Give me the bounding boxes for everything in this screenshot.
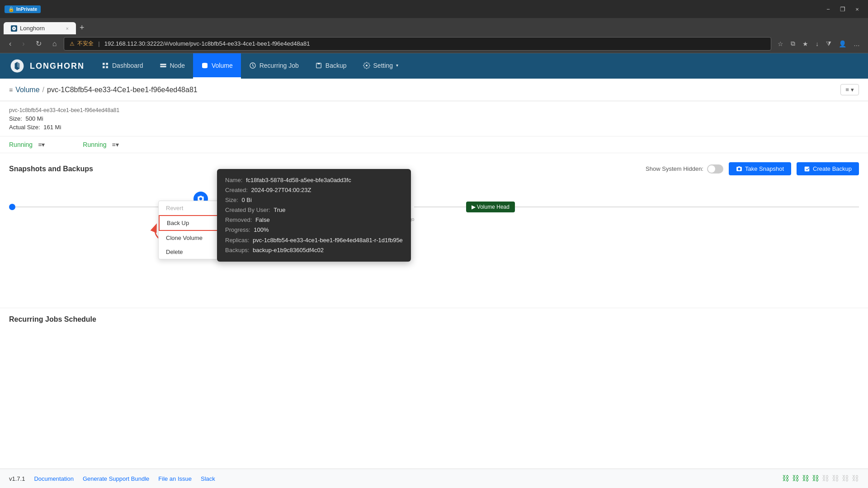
nav-item-recurring-job[interactable]: Recurring Job	[241, 53, 307, 79]
volume-name-value: pvc-1c8bfb54-ee33-4ce1-bee1-f96e4ed48a81	[9, 107, 119, 113]
favorites-button[interactable]: ☆	[775, 38, 786, 49]
breadcrumb-parent[interactable]: Volume	[15, 86, 39, 94]
snapshots-actions: Show System Hidden: Take Snapshot Create…	[646, 162, 859, 175]
logo-icon	[9, 58, 25, 74]
nav-item-node[interactable]: Node	[151, 53, 193, 79]
address-bar-row: ‹ › ↻ ⌂ ⚠ 不安全 | 192.168.112.30:32222/#/v…	[0, 34, 868, 53]
home-button[interactable]: ⌂	[49, 38, 61, 50]
tab-close-button[interactable]: ×	[66, 26, 69, 31]
context-menu-revert[interactable]: Revert	[159, 201, 221, 215]
dashboard-icon	[102, 62, 109, 69]
profile-button[interactable]: 👤	[836, 38, 849, 49]
take-snapshot-label: Take Snapshot	[745, 165, 784, 172]
snapshot-node-initial	[9, 204, 15, 210]
svg-rect-3	[106, 66, 108, 68]
context-menu-delete[interactable]: Delete	[159, 245, 221, 259]
address-input[interactable]: ⚠ 不安全 | 192.168.112.30:32222/#/volume/pv…	[64, 37, 771, 51]
split-view-button[interactable]: ⧉	[788, 38, 798, 49]
main-nav: LONGHORN Dashboard Node Volume Recurring…	[0, 53, 868, 79]
inprivate-badge: 🔒 InPrivate	[5, 5, 41, 13]
tooltip-replicas-row: Replicas: pvc-1c8bfb54-ee33-4ce1-bee1-f9…	[225, 235, 403, 245]
tooltip-created-row: Created: 2024-09-27T04:00:23Z	[225, 185, 403, 195]
status-list-btn-2[interactable]: ≡▾	[110, 140, 120, 149]
new-tab-button[interactable]: +	[76, 21, 88, 34]
status-col-1: Running ≡▾	[9, 140, 47, 149]
active-tab[interactable]: Longhorn ×	[4, 22, 76, 34]
nav-volume-label: Volume	[212, 62, 233, 69]
minimize-button[interactable]: −	[822, 3, 835, 15]
forward-button[interactable]: ›	[19, 38, 28, 50]
snapshots-area: 988f587a 26 hours ago fc18fab3 8 minutes…	[9, 183, 859, 231]
tooltip-name-key: Name:	[225, 177, 242, 183]
volume-name-row: pvc-1c8bfb54-ee33-4ce1-bee1-f96e4ed48a81	[9, 107, 859, 113]
tooltip-size-value: 0 Bi	[242, 197, 252, 203]
snapshots-title: Snapshots and Backups	[9, 165, 93, 173]
back-button[interactable]: ‹	[5, 38, 15, 50]
extensions-button[interactable]: ⧩	[823, 38, 834, 49]
favorites-bar-button[interactable]: ★	[800, 38, 811, 49]
node-icon	[160, 62, 167, 69]
list-view-chevron: ▾	[851, 86, 854, 93]
take-snapshot-button[interactable]: Take Snapshot	[729, 162, 791, 175]
nav-item-setting[interactable]: Setting ▾	[355, 53, 407, 79]
snapshots-section: Snapshots and Backups Show System Hidden…	[0, 153, 868, 235]
close-button[interactable]: ×	[851, 3, 863, 15]
tooltip-removed-row: Removed: False	[225, 215, 403, 225]
svg-rect-0	[103, 63, 105, 65]
footer-icon-1: ⛓	[782, 474, 789, 483]
footer-file-issue-link[interactable]: File an Issue	[158, 475, 192, 482]
tooltip-name-value: fc18fab3-5878-4d58-a5ee-bfe3a0add3fc	[246, 177, 351, 183]
nav-setting-label: Setting	[373, 62, 393, 69]
reload-button[interactable]: ↻	[32, 38, 45, 50]
tooltip-replicas-value: pvc-1c8bfb54-ee33-4ce1-bee1-f96e4ed48a81…	[253, 237, 403, 244]
snapshot-timeline: 988f587a 26 hours ago fc18fab3 8 minutes…	[9, 183, 859, 231]
browser-chrome: 🔒 InPrivate − ❐ ×	[0, 0, 868, 18]
context-menu-clone[interactable]: Clone Volume	[159, 231, 221, 245]
security-icon: ⚠	[70, 41, 75, 47]
create-backup-button[interactable]: Create Backup	[797, 162, 859, 175]
svg-rect-9	[317, 63, 320, 64]
timeline-line-3	[414, 206, 466, 207]
breadcrumb: ≡ Volume / pvc-1C8bfb54-ee33-4Ce1-bee1-f…	[9, 86, 198, 94]
volume-info-section: pvc-1c8bfb54-ee33-4ce1-bee1-f96e4ed48a81…	[0, 101, 868, 136]
footer-icon-8: ⛓	[852, 474, 859, 483]
show-hidden-label: Show System Hidden:	[646, 165, 703, 172]
list-view-button[interactable]: ≡ ▾	[840, 84, 859, 95]
svg-rect-1	[106, 63, 108, 65]
volume-icon	[201, 62, 208, 69]
nav-item-dashboard[interactable]: Dashboard	[94, 53, 151, 79]
tooltip-created-by-row: Created By User: True	[225, 205, 403, 215]
snapshot-dot-initial[interactable]	[9, 204, 15, 210]
volume-head-button[interactable]: ▶ Volume Head	[466, 202, 515, 212]
tooltip-popup: Name: fc18fab3-5878-4d58-a5ee-bfe3a0add3…	[217, 169, 411, 262]
tooltip-progress-key: Progress:	[225, 226, 250, 233]
actual-size-label: Actual Size:	[9, 124, 40, 131]
create-backup-label: Create Backup	[813, 165, 852, 172]
downloads-button[interactable]: ↓	[813, 38, 821, 49]
tooltip-created-by-value: True	[274, 206, 285, 213]
context-menu: Revert Back Up Clone Volume Delete	[158, 201, 222, 259]
revert-label: Revert	[166, 205, 183, 211]
more-button[interactable]: …	[851, 38, 863, 49]
breadcrumb-separator: /	[42, 86, 44, 94]
footer-support-bundle-link[interactable]: Generate Support Bundle	[83, 475, 149, 482]
tooltip-created-key: Created:	[225, 187, 248, 193]
status-list-btn-1[interactable]: ≡▾	[36, 140, 47, 149]
tooltip-backups-value: backup-e1b9c83605df4c02	[253, 247, 324, 253]
status-running-2: Running	[83, 141, 106, 148]
nav-item-backup[interactable]: Backup	[307, 53, 355, 79]
window-controls: − ❐ ×	[822, 3, 863, 15]
breadcrumb-bar: ≡ Volume / pvc-1C8bfb54-ee33-4Ce1-bee1-f…	[0, 79, 868, 101]
size-value: 500 Mi	[26, 115, 43, 122]
nav-item-volume[interactable]: Volume	[193, 53, 241, 79]
snapshot-node-head: ▶ Volume Head	[466, 202, 515, 212]
footer-icon-2: ⛓	[792, 474, 799, 483]
footer-documentation-link[interactable]: Documentation	[34, 475, 73, 482]
tooltip-removed-key: Removed:	[225, 216, 252, 223]
show-hidden-toggle[interactable]	[707, 164, 723, 174]
context-menu-backup[interactable]: Back Up	[159, 215, 221, 231]
restore-button[interactable]: ❐	[836, 3, 849, 15]
footer-slack-link[interactable]: Slack	[201, 475, 215, 482]
address-text: 192.168.112.30:32222/#/volume/pvc-1c8bfb…	[104, 40, 310, 47]
tooltip-size-key: Size:	[225, 197, 238, 203]
